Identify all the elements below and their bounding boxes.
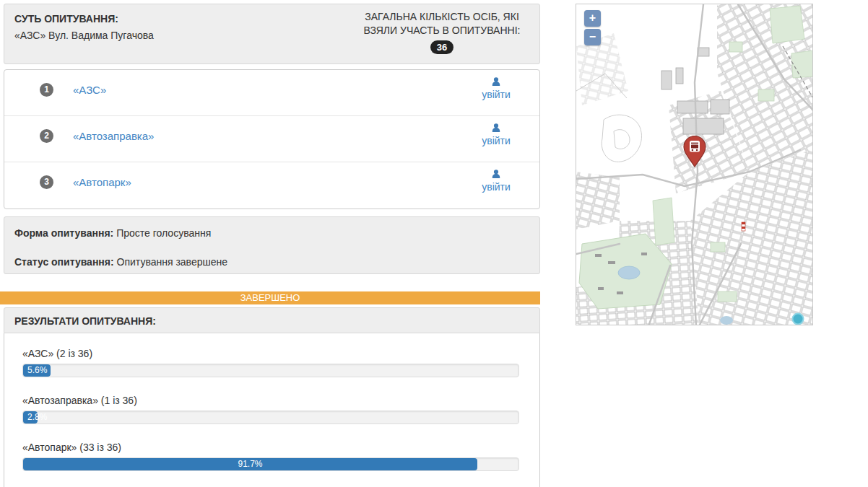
results-header: РЕЗУЛЬТАТИ ОПИТУВАННЯ: [4, 307, 540, 333]
zoom-out-button[interactable]: − [584, 29, 601, 45]
progress-track: 2.8% [22, 411, 519, 424]
survey-form-label: Форма опитування: [14, 227, 113, 239]
user-icon [491, 76, 501, 87]
enter-link-label: увійти [482, 181, 511, 193]
option-row-1: 1 «АЗС» увійти [4, 70, 539, 116]
survey-status-line: Статус опитування: Опитування завершене [14, 255, 529, 269]
progress-track: 5.6% [22, 364, 519, 377]
result-label: «Автозаправка» (1 із 36) [22, 393, 521, 408]
survey-status-label: Статус опитування: [14, 256, 114, 268]
survey-meta-panel: Форма опитування: Просте голосування Ста… [4, 216, 540, 274]
progress-bar-azs: 5.6% [23, 364, 51, 377]
enter-link-label: увійти [482, 135, 511, 146]
survey-summary-panel: СУТЬ ОПИТУВАННЯ: «АЗС» Вул. Вадима Пугач… [4, 4, 540, 64]
map-poi-circle[interactable] [793, 314, 804, 325]
option-row-3: 3 «Автопарк» увійти [4, 162, 539, 209]
enter-link-label: увійти [482, 89, 511, 100]
option-number-badge: 3 [40, 175, 53, 189]
finished-banner: ЗАВЕРШЕНО [0, 291, 540, 304]
progress-bar-avtozapravka: 2.8% [23, 411, 38, 424]
participants-count-badge: 36 [430, 40, 453, 54]
result-label: «АЗС» (2 із 36) [22, 346, 521, 361]
option-link-avtozapravka[interactable]: «Автозаправка» [73, 130, 154, 142]
option-number-badge: 1 [40, 83, 53, 97]
result-item-avtozapravka: «Автозаправка» (1 із 36) 2.8% [22, 393, 521, 424]
participants-block: ЗАГАЛЬНА КІЛЬКІСТЬ ОСІБ, ЯКІ ВЗЯЛИ УЧАСТ… [355, 10, 529, 54]
survey-status-value: Опитування завершене [117, 256, 227, 268]
survey-page: СУТЬ ОПИТУВАННЯ: «АЗС» Вул. Вадима Пугач… [0, 0, 868, 487]
user-icon [491, 123, 501, 133]
map-canvas[interactable] [576, 4, 813, 325]
zoom-in-button[interactable]: + [584, 10, 601, 27]
result-item-azs: «АЗС» (2 із 36) 5.6% [22, 346, 521, 377]
enter-link-3[interactable]: увійти [474, 169, 518, 193]
map-container[interactable]: + − [576, 4, 813, 325]
progress-track: 91.7% [22, 457, 519, 471]
option-row-2: 2 «Автозаправка» увійти [4, 116, 539, 162]
map-pond [720, 316, 733, 325]
progress-bar-avtopark: 91.7% [23, 458, 477, 470]
user-icon [491, 169, 501, 179]
enter-link-2[interactable]: увійти [474, 123, 518, 147]
participants-label: ЗАГАЛЬНА КІЛЬКІСТЬ ОСІБ, ЯКІ ВЗЯЛИ УЧАСТ… [355, 10, 529, 38]
option-number-badge: 2 [40, 129, 53, 143]
map-zoom-controls: + − [584, 10, 601, 48]
result-label: «Автопарк» (33 із 36) [22, 440, 521, 455]
map-poi-striped [742, 222, 745, 231]
result-item-avtopark: «Автопарк» (33 із 36) 91.7% [22, 440, 521, 471]
results-panel: «АЗС» (2 із 36) 5.6% «Автозаправка» (1 і… [4, 333, 540, 487]
bus-icon [690, 141, 700, 152]
options-list: 1 «АЗС» увійти 2 «Автозаправка» увійти 3… [4, 69, 540, 209]
enter-link-1[interactable]: увійти [474, 76, 518, 101]
option-link-avtopark[interactable]: «Автопарк» [73, 176, 131, 188]
survey-form-line: Форма опитування: Просте голосування [14, 226, 529, 240]
survey-form-value: Просте голосування [116, 227, 211, 239]
option-link-azs[interactable]: «АЗС» [73, 84, 106, 96]
